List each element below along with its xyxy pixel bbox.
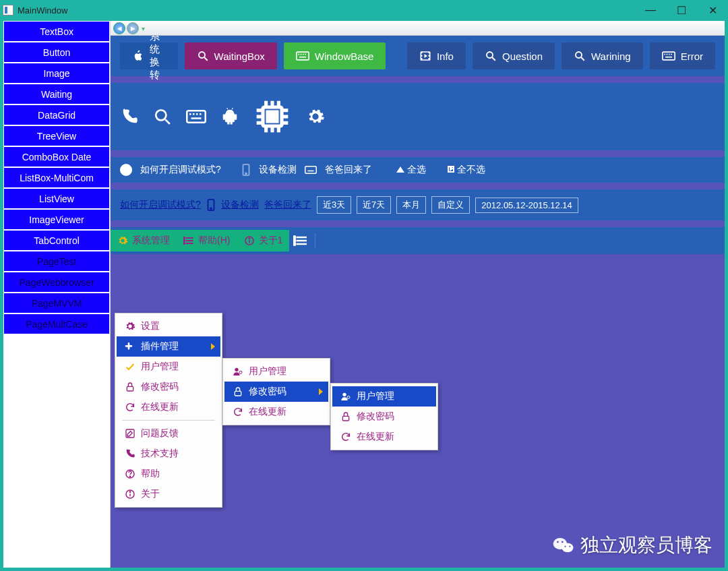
- submenu3-user-mgmt[interactable]: 用户管理: [332, 386, 436, 407]
- error-label: Error: [681, 51, 703, 62]
- svg-rect-21: [664, 54, 665, 55]
- svg-rect-20: [662, 52, 674, 60]
- sidebar-item-listview[interactable]: ListView: [4, 189, 109, 208]
- sidebar-item-image[interactable]: Image: [4, 63, 109, 83]
- menu-settings[interactable]: 设置: [117, 316, 220, 336]
- submenu-user-mgmt[interactable]: 用户管理: [224, 361, 328, 382]
- sidebar-item-listboxmulticom[interactable]: ListBox-MultiCom: [4, 168, 109, 187]
- dad-back-link2[interactable]: 爸爸回来了: [264, 199, 311, 211]
- warning-button[interactable]: Warining: [562, 42, 643, 69]
- menu-tech-support[interactable]: 技术支持: [117, 444, 220, 464]
- waitingbox-button[interactable]: WaitingBox: [185, 42, 277, 69]
- icon-band: [111, 83, 725, 150]
- submenu3-online-update[interactable]: 在线更新: [332, 427, 436, 447]
- edit-icon: [125, 428, 135, 439]
- how-debug-link[interactable]: 如何开启调试模式?: [140, 164, 221, 176]
- sidebar-item-datagrid[interactable]: DataGrid: [4, 105, 109, 125]
- nav-history-dropdown[interactable]: ▾: [142, 25, 148, 32]
- menu-separator: [122, 420, 215, 421]
- svg-rect-3: [298, 54, 299, 55]
- svg-line-1: [204, 57, 208, 61]
- device-check-link[interactable]: 设备检测: [259, 164, 297, 176]
- submenu-arrow-icon: [319, 388, 323, 395]
- error-button[interactable]: Error: [650, 42, 715, 69]
- separator: [315, 233, 315, 248]
- sidebar-item-imageviewer[interactable]: ImageViewer: [4, 210, 109, 229]
- thismonth-button[interactable]: 本月: [396, 196, 426, 214]
- svg-point-86: [347, 396, 350, 398]
- menu-online-update[interactable]: 在线更新: [117, 397, 220, 417]
- sidebar-item-pagetest[interactable]: PageTest: [4, 251, 109, 271]
- svg-rect-6: [305, 54, 306, 55]
- svg-rect-29: [189, 113, 191, 115]
- device-check-link2[interactable]: 设备检测: [221, 199, 259, 211]
- lock-icon: [340, 411, 351, 422]
- sidebar-item-pagemultcase[interactable]: PageMultCase: [4, 314, 109, 334]
- sidebar-item-textbox[interactable]: TextBox: [4, 22, 109, 41]
- submenu-change-pwd[interactable]: 修改密码: [224, 382, 328, 402]
- menu-about[interactable]: 关于: [117, 484, 220, 504]
- sidebar-item-tabcontrol[interactable]: TabControl: [4, 231, 109, 250]
- sidebar-item-comboboxdate[interactable]: ComboBox Date: [4, 147, 109, 167]
- svg-point-16: [487, 52, 493, 58]
- svg-point-18: [576, 52, 582, 58]
- sidebar-item-pagewebbrowser[interactable]: PageWebbrowser: [4, 272, 109, 292]
- search-icon[interactable]: [154, 108, 171, 125]
- button-band: 系统换转 WaitingBox WindowBase Info: [111, 36, 725, 76]
- gear-icon: [117, 235, 128, 246]
- menu-user-mgmt[interactable]: 用户管理: [117, 357, 220, 377]
- sys-switch-button[interactable]: 系统换转: [120, 42, 177, 69]
- menu-change-pwd[interactable]: 修改密码: [117, 377, 220, 397]
- nav-forward-button[interactable]: ►: [127, 22, 139, 34]
- about1-menu[interactable]: 关于1: [237, 230, 290, 251]
- menu-help[interactable]: 帮助: [117, 464, 220, 484]
- svg-marker-15: [424, 54, 427, 58]
- pwd-submenu: 用户管理 修改密码 在线更新: [330, 383, 438, 450]
- sidebar-item-treeview[interactable]: TreeView: [4, 126, 109, 146]
- hamburger-icon[interactable]: [289, 235, 311, 246]
- how-debug-link2[interactable]: 如何开启调试模式?: [120, 199, 201, 211]
- svg-rect-51: [307, 171, 313, 172]
- submenu-online-update[interactable]: 在线更新: [224, 402, 328, 422]
- menu-plugin-mgmt[interactable]: 插件管理: [117, 336, 220, 357]
- warning-label: Warining: [591, 51, 631, 62]
- sysmgmt-menu[interactable]: 系统管理: [111, 230, 177, 251]
- near7days-button[interactable]: 近7天: [357, 196, 391, 214]
- svg-rect-33: [191, 117, 202, 119]
- nav-back-button[interactable]: ◄: [113, 22, 125, 34]
- windowbase-button[interactable]: WindowBase: [284, 42, 386, 69]
- plugin-submenu: 用户管理 修改密码 在线更新: [222, 358, 330, 425]
- menu-feedback[interactable]: 问题反馈: [117, 423, 220, 444]
- select-all-link[interactable]: 全选: [396, 164, 426, 176]
- select-none-link[interactable]: 全不选: [448, 164, 485, 176]
- info-button[interactable]: Info: [407, 42, 466, 69]
- help-circle-icon: [125, 469, 135, 479]
- sidebar-item-pagemvvm[interactable]: PageMVVM: [4, 293, 109, 313]
- svg-rect-87: [342, 416, 348, 421]
- question-button[interactable]: Question: [473, 42, 555, 69]
- phone-icon[interactable]: [120, 107, 139, 126]
- about1-label: 关于1: [259, 235, 283, 247]
- chip-icon[interactable]: [253, 98, 291, 136]
- android-icon[interactable]: [221, 108, 239, 125]
- custom-button[interactable]: 自定义: [431, 196, 470, 214]
- keyboard-icon[interactable]: [186, 110, 206, 123]
- svg-rect-5: [303, 54, 304, 55]
- close-button[interactable]: ✕: [697, 0, 728, 20]
- svg-rect-31: [196, 113, 198, 115]
- help-menu[interactable]: 帮助(H): [177, 230, 237, 251]
- svg-point-71: [557, 541, 559, 543]
- svg-point-58: [183, 240, 185, 241]
- svg-rect-30: [193, 113, 195, 115]
- near3days-button[interactable]: 近3天: [317, 196, 351, 214]
- date-range-box[interactable]: 2012.05.12-2015.12.14: [475, 198, 578, 213]
- sidebar-item-waiting[interactable]: Waiting: [4, 84, 109, 104]
- svg-point-67: [293, 239, 295, 241]
- maximize-button[interactable]: ☐: [666, 0, 697, 20]
- sys-switch-label: 系统换转: [150, 36, 165, 82]
- dad-back-link[interactable]: 爸爸回来了: [325, 164, 372, 176]
- submenu3-change-pwd[interactable]: 修改密码: [332, 407, 436, 427]
- minimize-button[interactable]: —: [635, 0, 666, 20]
- gear-icon[interactable]: [306, 107, 325, 126]
- sidebar-item-button[interactable]: Button: [4, 42, 109, 62]
